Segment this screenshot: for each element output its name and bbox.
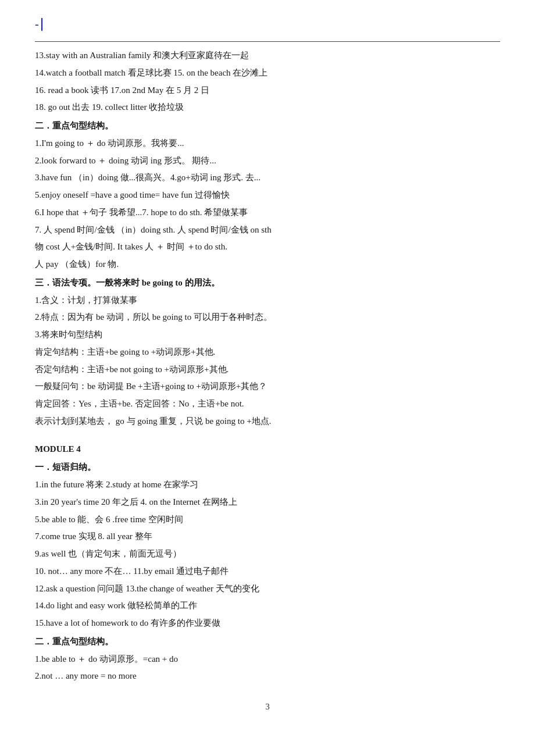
module4-phrase-5-6: 5.be able to 能、会 6 .free time 空闲时间: [35, 512, 500, 528]
phrase-line-13: 13.stay with an Australian family 和澳大利亚家…: [35, 48, 500, 64]
module4-phrase-7-8: 7.come true 实现 8. all year 整年: [35, 529, 500, 545]
key-sentence-4: 5.enjoy oneself =have a good time= have …: [35, 187, 500, 204]
module4-key-sentences-heading: 二．重点句型结构。: [35, 634, 500, 650]
page-number: 3: [35, 702, 500, 712]
main-content: 13.stay with an Australian family 和澳大利亚家…: [35, 48, 500, 684]
key-sentence-8: 人 pay （金钱）for 物.: [35, 256, 500, 273]
horizontal-divider: [35, 41, 500, 42]
grammar-line-2: 2.特点：因为有 be 动词，所以 be going to 可以用于各种时态。: [35, 309, 500, 326]
grammar-affirmative: 肯定句结构：主语+be going to +动词原形+其他.: [35, 344, 500, 361]
key-sentence-2: 2.look forward to ＋ doing 动词 ing 形式。 期待.…: [35, 153, 500, 169]
module4-phrase-9: 9.as well 也（肯定句末，前面无逗号）: [35, 546, 500, 562]
cursor-line: -: [35, 17, 500, 31]
module4-phrases-heading-block: 一．短语归纳。: [35, 459, 500, 476]
grammar-negative: 否定句结构：主语+be not going to +动词原形+其他.: [35, 362, 500, 378]
key-sentence-5: 6.I hope that ＋句子 我希望...7. hope to do st…: [35, 205, 500, 221]
module4-phrase-15: 15.have a lot of homework to do 有许多的作业要做: [35, 615, 500, 632]
grammar-line-1: 1.含义：计划，打算做某事: [35, 293, 500, 309]
module4-phrase-3-4: 3.in 20 year's time 20 年之后 4. on the Int…: [35, 494, 500, 511]
module3-grammar-heading: 三．语法专项。一般将来时 be going to 的用法。: [35, 275, 500, 291]
key-sentence-1: 1.I'm going to ＋ do 动词原形。我将要...: [35, 135, 500, 152]
module3-key-sentences-section: 二．重点句型结构。 1.I'm going to ＋ do 动词原形。我将要..…: [35, 118, 500, 273]
module4-key-sentences-section: 二．重点句型结构。 1.be able to ＋ do 动词原形。=can + …: [35, 634, 500, 684]
module4-title-block: MODULE 4: [35, 441, 500, 458]
module4-phrase-10-11: 10. not… any more 不在… 11.by email 通过电子邮件: [35, 564, 500, 580]
module3-key-sentences-heading: 二．重点句型结构。: [35, 118, 500, 134]
grammar-question: 一般疑问句：be 动词提 Be +主语+going to +动词原形+其他？: [35, 379, 500, 395]
module4-phrase-14: 14.do light and easy work 做轻松简单的工作: [35, 598, 500, 614]
grammar-line-3: 3.将来时句型结构: [35, 327, 500, 343]
cursor-bar: [41, 18, 42, 31]
grammar-answer: 肯定回答：Yes，主语+be. 否定回答：No，主语+be not.: [35, 396, 500, 412]
module4-phrase-1-2: 1.in the future 将来 2.study at home 在家学习: [35, 477, 500, 493]
key-sentence-3: 3.have fun （in）doing 做...很高兴。4.go+动词 ing…: [35, 170, 500, 186]
grammar-note: 表示计划到某地去， go 与 going 重复，只说 be going to +…: [35, 413, 500, 430]
module3-phrases-continued: 13.stay with an Australian family 和澳大利亚家…: [35, 48, 500, 116]
key-sentence-6: 7. 人 spend 时间/金钱 （in）doing sth. 人 spend …: [35, 222, 500, 238]
module4-key-sentence-1: 1.be able to ＋ do 动词原形。=can + do: [35, 651, 500, 668]
module4-title: MODULE 4: [35, 444, 81, 454]
module3-grammar-section: 三．语法专项。一般将来时 be going to 的用法。 1.含义：计划，打算…: [35, 275, 500, 430]
phrase-line-18-19: 18. go out 出去 19. collect litter 收拾垃圾: [35, 99, 500, 116]
key-sentence-7: 物 cost 人+金钱/时间. It takes 人 ＋ 时间 ＋to do s…: [35, 239, 500, 255]
cursor-dash: -: [35, 17, 39, 31]
module4-phrase-12-13: 12.ask a question 问问题 13.the change of w…: [35, 581, 500, 597]
module4-phrases-heading: 一．短语归纳。: [35, 459, 500, 476]
phrase-line-14-15: 14.watch a football match 看足球比赛 15. on t…: [35, 65, 500, 81]
phrase-line-16-17: 16. read a book 读书 17.on 2nd May 在 5 月 2…: [35, 83, 500, 99]
module4-key-sentence-2: 2.not … any more = no more: [35, 668, 500, 684]
module4-phrases-section: 1.in the future 将来 2.study at home 在家学习 …: [35, 477, 500, 632]
